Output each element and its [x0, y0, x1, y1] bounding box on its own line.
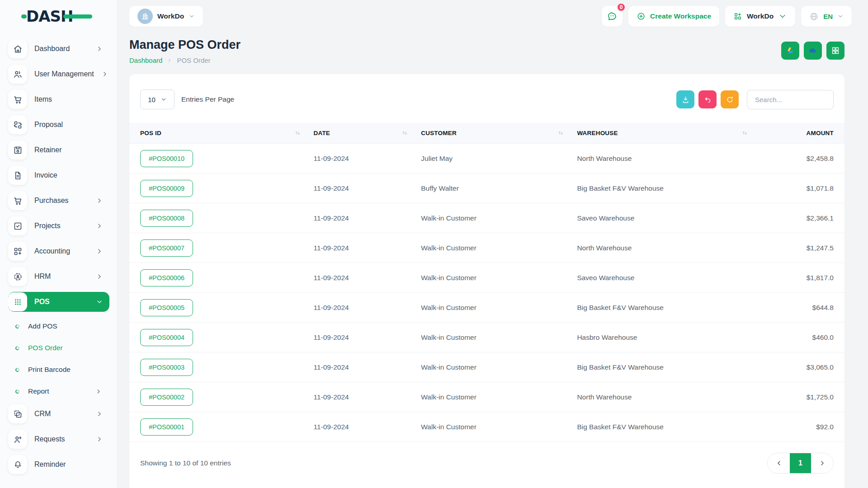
- next-page-button[interactable]: [811, 453, 833, 473]
- sidebar-item-accounting[interactable]: Accounting: [8, 241, 109, 261]
- create-workspace-button[interactable]: Create Workspace: [628, 6, 719, 27]
- cell-amount: $1,725.0: [761, 393, 834, 401]
- google-drive-button[interactable]: [781, 42, 799, 60]
- cell-date: 11-09-2024: [314, 363, 421, 371]
- cart-icon: [8, 191, 27, 210]
- page-number-current[interactable]: 1: [790, 453, 811, 473]
- onedrive-icon: [808, 46, 817, 55]
- chevron-left-icon: [775, 460, 783, 467]
- sidebar-item-crm[interactable]: CRM: [8, 404, 109, 424]
- sidebar-item-pos[interactable]: POS: [8, 292, 109, 312]
- language-menu[interactable]: EN: [801, 6, 852, 27]
- sidebar-item-projects[interactable]: Projects: [8, 216, 109, 236]
- pos-id-button[interactable]: #POS00002: [140, 389, 193, 406]
- chevron-right-icon: [819, 460, 826, 467]
- cell-amount: $1,817.0: [761, 274, 834, 282]
- cell-customer: Walk-in Customer: [421, 214, 577, 222]
- pos-id-button[interactable]: #POS00001: [140, 418, 193, 436]
- sidebar-subitem-print-barcode[interactable]: Print Barcode: [8, 361, 109, 379]
- column-header-date[interactable]: DATE: [314, 130, 421, 136]
- previous-page-button[interactable]: [768, 453, 790, 473]
- sidebar-subitem-report[interactable]: Report: [8, 382, 109, 400]
- app-logo[interactable]: DASH: [26, 7, 73, 25]
- floppy-icon: [8, 141, 27, 160]
- sidebar-item-user-management[interactable]: User Management: [8, 64, 109, 84]
- sort-icon: [401, 130, 408, 136]
- pos-id-button[interactable]: #POS00007: [140, 239, 193, 257]
- pos-id-button[interactable]: #POS00006: [140, 269, 193, 286]
- chevron-down-icon: [160, 96, 167, 103]
- onedrive-button[interactable]: [804, 42, 822, 60]
- table-row: #POS00007 11-09-2024 Walk-in Customer No…: [129, 233, 844, 263]
- check-square-icon: [8, 216, 27, 235]
- table-row: #POS00002 11-09-2024 Walk-in Customer No…: [129, 382, 844, 412]
- chevron-right-icon: [96, 248, 103, 255]
- breadcrumb-dashboard-link[interactable]: Dashboard: [129, 56, 162, 64]
- pos-id-button[interactable]: #POS00010: [140, 150, 193, 167]
- bullet-icon: [15, 389, 20, 394]
- sidebar-item-purchases[interactable]: Purchases: [8, 191, 109, 211]
- column-header-customer[interactable]: CUSTOMER: [421, 130, 577, 136]
- table-row: #POS00001 11-09-2024 Walk-in Customer Bi…: [129, 412, 844, 442]
- chevron-right-icon: [96, 45, 103, 52]
- logo-dash-accent: [63, 14, 92, 19]
- cell-amount: $2,458.8: [761, 155, 834, 163]
- pos-id-button[interactable]: #POS00005: [140, 299, 193, 316]
- cell-date: 11-09-2024: [314, 274, 421, 282]
- entries-per-page-label: Entries Per Page: [181, 95, 234, 103]
- cell-warehouse: North Warehouse: [577, 155, 761, 163]
- sidebar-item-requests[interactable]: Requests: [8, 429, 109, 449]
- sidebar-item-label: Accounting: [34, 247, 89, 255]
- chevron-right-icon: [96, 197, 103, 204]
- chat-button[interactable]: 0: [602, 6, 623, 27]
- company-menu[interactable]: WorkDo: [725, 6, 795, 27]
- export-download-button[interactable]: [676, 90, 694, 108]
- entries-per-page-select[interactable]: 10: [140, 89, 175, 109]
- reset-button[interactable]: [698, 90, 717, 108]
- sidebar-subitem-add-pos[interactable]: Add POS: [8, 317, 109, 335]
- search-input[interactable]: [747, 90, 834, 109]
- cell-warehouse: North Warehouse: [577, 393, 761, 401]
- cell-warehouse: Saveo Warehouse: [577, 214, 761, 222]
- cell-customer: Walk-in Customer: [421, 244, 577, 252]
- column-header-pos-id[interactable]: POS ID: [140, 130, 314, 136]
- page-title: Manage POS Order: [129, 38, 241, 52]
- sidebar-item-items[interactable]: Items: [8, 89, 109, 109]
- sidebar-item-retainer[interactable]: Retainer: [8, 140, 109, 160]
- pos-id-button[interactable]: #POS00009: [140, 180, 193, 197]
- document-icon: [8, 166, 27, 185]
- column-header-amount[interactable]: AMOUNT: [761, 130, 834, 136]
- sidebar-item-dashboard[interactable]: Dashboard: [8, 39, 109, 59]
- showing-entries-text: Showing 1 to 10 of 10 entries: [140, 459, 231, 467]
- company-menu-label: WorkDo: [747, 12, 774, 20]
- workspace-switcher[interactable]: WorkDo: [129, 6, 203, 27]
- cell-date: 11-09-2024: [314, 423, 421, 431]
- table-body: #POS00010 11-09-2024 Juliet May North Wa…: [129, 144, 844, 442]
- pos-id-button[interactable]: #POS00004: [140, 329, 193, 346]
- sidebar-subitem-label: POS Order: [28, 344, 109, 352]
- grid-view-button[interactable]: [826, 42, 844, 60]
- sidebar-subitem-pos-order[interactable]: POS Order: [8, 339, 109, 357]
- bullet-icon: [15, 367, 20, 372]
- pos-id-button[interactable]: #POS00003: [140, 359, 193, 376]
- chevron-down-icon: [189, 13, 195, 19]
- building-icon: [137, 9, 153, 24]
- home-icon: [8, 39, 27, 58]
- chevron-right-icon: [101, 70, 108, 78]
- column-header-warehouse[interactable]: WAREHOUSE: [577, 130, 761, 136]
- cell-customer: Walk-in Customer: [421, 363, 577, 371]
- sidebar-item-hrm[interactable]: HRM: [8, 267, 109, 286]
- sidebar-subitem-label: Report: [28, 387, 86, 395]
- chevron-down-icon: [96, 298, 103, 305]
- cell-customer: Walk-in Customer: [421, 423, 577, 431]
- table-row: #POS00009 11-09-2024 Buffy Walter Big Ba…: [129, 174, 844, 203]
- sidebar-item-label: Items: [34, 95, 109, 103]
- globe-icon: [809, 12, 819, 21]
- cell-date: 11-09-2024: [314, 214, 421, 222]
- sidebar-item-label: Requests: [34, 435, 89, 443]
- sidebar-item-reminder[interactable]: Reminder: [8, 455, 109, 474]
- pos-id-button[interactable]: #POS00008: [140, 210, 193, 227]
- sidebar-item-invoice[interactable]: Invoice: [8, 165, 109, 185]
- refresh-button[interactable]: [721, 90, 739, 108]
- sidebar-item-proposal[interactable]: Proposal: [8, 115, 109, 135]
